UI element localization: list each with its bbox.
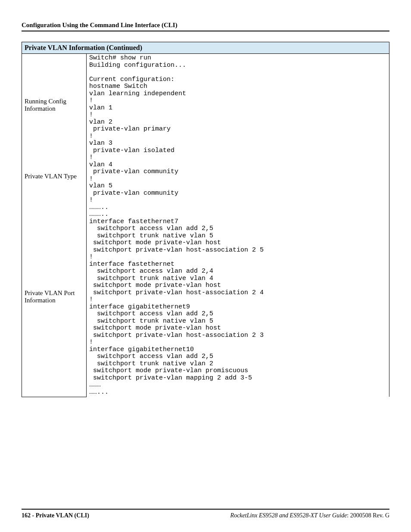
footer-guide-title: RocketLinx ES9528 and ES9528-XT User Gui… <box>230 512 347 519</box>
footer-page-label: 162 - Private VLAN (CLI) <box>22 512 89 519</box>
page-header: Configuration Using the Command Line Int… <box>22 22 389 31</box>
row-code-combined: Switch# show run Building configuration.… <box>87 54 389 397</box>
content-area: Private VLAN Information (Continued) Run… <box>22 42 389 509</box>
row-label-vlan-type: Private VLAN Type <box>22 156 87 197</box>
row-label-vlan-port: Private VLAN Port Information <box>22 197 87 397</box>
footer-guide: RocketLinx ES9528 and ES9528-XT User Gui… <box>230 512 389 519</box>
row-label-running-config: Running Config Information <box>22 54 87 156</box>
footer-revision: : 2000508 Rev. G <box>347 512 389 519</box>
code-seg-0: Switch# show run Building configuration.… <box>89 54 186 183</box>
code-seg-1: vlan 5 private-vlan community ! ……….. ……… <box>89 182 178 218</box>
page-footer: 162 - Private VLAN (CLI) RocketLinx ES95… <box>22 509 389 519</box>
code-seg-2: interface fastethernet7 switchport acces… <box>89 218 264 396</box>
table-title: Private VLAN Information (Continued) <box>22 42 389 54</box>
vlan-info-table: Private VLAN Information (Continued) Run… <box>22 42 389 397</box>
